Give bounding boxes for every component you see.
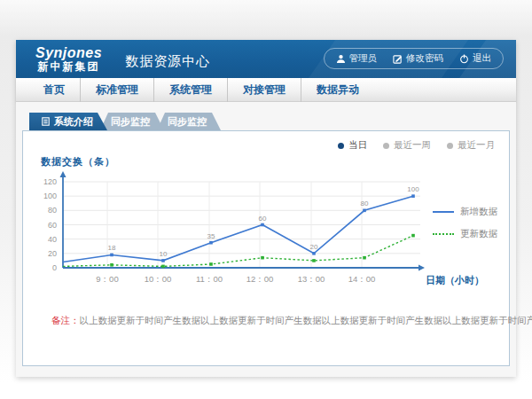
data-point-label: 100 — [407, 185, 419, 193]
y-tick-label: 40 — [48, 235, 57, 244]
note-text: 以上数据更新于时间产生数据以上数据更新于时间产生数据以上数据更新于时间产生数据以… — [80, 315, 532, 325]
legend-item-1: 更新数据 — [433, 228, 497, 240]
tab-1[interactable]: 同步监控 — [100, 113, 164, 130]
doc-icon — [42, 117, 50, 126]
legend-label: 新增数据 — [460, 206, 497, 218]
data-point-marker — [161, 259, 165, 262]
time-range-option-2[interactable]: 最近一月 — [447, 139, 495, 152]
time-range-filter: 当日最近一周最近一月 — [338, 139, 495, 152]
radio-icon — [338, 143, 344, 149]
footer-note: 备注：以上数据更新于时间产生数据以上数据更新于时间产生数据以上数据更新于时间产生… — [51, 315, 532, 327]
data-point-marker — [312, 252, 316, 255]
radio-icon — [447, 143, 453, 149]
user-toolbar: 管理员修改密码退出 — [324, 48, 505, 69]
data-point-marker — [110, 263, 113, 267]
data-point-marker — [209, 262, 213, 266]
user-toolbar-label: 退出 — [473, 52, 491, 65]
data-point-label: 20 — [310, 243, 318, 251]
x-tick-label: 9：00 — [96, 274, 118, 284]
legend-item-0: 新增数据 — [433, 206, 497, 218]
nav-item-2[interactable]: 系统管理 — [153, 78, 227, 102]
tab-0[interactable]: 系统介绍 — [29, 113, 107, 130]
tab-label: 同步监控 — [168, 113, 207, 130]
y-tick-label: 120 — [43, 177, 57, 186]
user-toolbar-item-change-password[interactable]: 修改密码 — [385, 51, 451, 66]
tab-2[interactable]: 同步监控 — [157, 113, 221, 130]
radio-label: 最近一月 — [458, 139, 495, 152]
x-tick-label: 14：00 — [348, 274, 376, 284]
app-header: Synjones 新中新集团 数据资源中心 管理员修改密码退出 — [16, 40, 516, 78]
x-tick-label: 10：00 — [145, 274, 172, 284]
edit-icon — [393, 54, 403, 64]
company-logo: Synjones 新中新集团 — [35, 46, 102, 72]
user-icon — [336, 54, 346, 64]
data-point-marker — [411, 234, 415, 238]
y-tick-label: 0 — [52, 263, 57, 272]
nav-item-4[interactable]: 数据异动 — [301, 78, 374, 102]
chart-y-axis-title: 数据交换（条） — [41, 155, 509, 168]
user-toolbar-label: 修改密码 — [406, 52, 443, 65]
legend-line-sample — [433, 211, 454, 213]
radio-label: 当日 — [348, 139, 367, 152]
data-point-marker — [161, 265, 165, 269]
data-point-marker — [261, 223, 264, 227]
data-point-label: 60 — [259, 215, 267, 223]
logo-company-text: 新中新集团 — [35, 61, 102, 73]
radio-label: 最近一周 — [394, 139, 431, 152]
system-intro-panel: 当日最近一周最近一月 数据交换（条） 0204060801001209：0010… — [22, 130, 510, 366]
y-tick-label: 60 — [48, 221, 57, 230]
x-tick-label: 11：00 — [196, 274, 223, 284]
data-point-marker — [411, 194, 415, 198]
main-nav: 首页标准管理系统管理对接管理数据异动 — [16, 78, 516, 102]
logo-brand-text: Synjones — [35, 46, 102, 61]
y-tick-label: 100 — [43, 192, 57, 200]
user-toolbar-label: 管理员 — [349, 52, 378, 65]
tab-label: 同步监控 — [111, 113, 150, 130]
data-point-label: 80 — [361, 200, 369, 207]
user-toolbar-item-logout[interactable]: 退出 — [451, 51, 499, 66]
tab-label: 系统介绍 — [54, 113, 93, 130]
nav-item-0[interactable]: 首页 — [28, 78, 80, 102]
app-window: Synjones 新中新集团 数据资源中心 管理员修改密码退出 首页标准管理系统… — [16, 40, 516, 377]
radio-icon — [383, 143, 389, 149]
data-point-marker — [312, 259, 316, 262]
data-point-label: 10 — [160, 250, 168, 258]
logout-icon — [459, 54, 469, 64]
data-point-marker — [209, 241, 213, 245]
data-point-marker — [110, 254, 113, 257]
nav-item-1[interactable]: 标准管理 — [80, 78, 153, 102]
chart-x-axis-title: 日期（小时） — [426, 275, 484, 286]
user-toolbar-item-account[interactable]: 管理员 — [328, 51, 386, 66]
data-point-label: 18 — [108, 244, 116, 252]
data-point-marker — [363, 209, 366, 213]
legend-label: 更新数据 — [460, 228, 497, 240]
legend-line-sample — [433, 233, 454, 235]
data-point-marker — [261, 256, 264, 260]
time-range-option-0[interactable]: 当日 — [338, 139, 367, 152]
page-title: 数据资源中心 — [125, 53, 210, 70]
y-tick-label: 80 — [48, 206, 57, 215]
chart-legend: 新增数据更新数据 — [433, 206, 497, 240]
x-tick-label: 12：00 — [246, 274, 274, 284]
tab-bar: 系统介绍同步监控同步监控 — [29, 113, 516, 130]
data-point-marker — [363, 256, 366, 260]
x-tick-label: 13：00 — [298, 274, 325, 284]
y-tick-label: 20 — [48, 249, 57, 258]
data-point-label: 35 — [207, 232, 215, 240]
time-range-option-1[interactable]: 最近一周 — [383, 139, 431, 152]
note-prefix: 备注： — [51, 315, 80, 325]
nav-item-3[interactable]: 对接管理 — [227, 78, 301, 102]
content-area: 系统介绍同步监控同步监控 当日最近一周最近一月 数据交换（条） 02040608… — [16, 102, 516, 377]
